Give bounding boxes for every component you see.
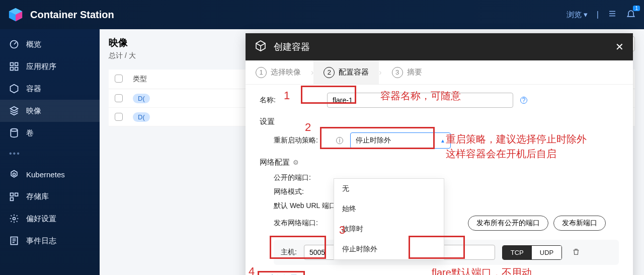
dropdown-option-none[interactable]: 无 [334, 179, 444, 199]
modal-body: 名称: ? 设置 重新启动策略: i 停止时除外 ▲ 网络配置 ⚙ [246, 85, 633, 275]
network-section-title: 网络配置 ⚙ [260, 158, 619, 167]
step-select-image[interactable]: 1选择映像 [246, 60, 311, 84]
publish-all-ports-button[interactable]: 发布所有公开的端口 [468, 216, 548, 231]
svg-rect-7 [15, 67, 18, 71]
browse-label: 浏览 [567, 10, 582, 20]
notification-badge: 1 [633, 6, 640, 11]
col-type: 类型 [133, 75, 173, 84]
database-icon [9, 128, 19, 138]
step-label: 配置容器 [339, 67, 369, 77]
publish-new-port-button[interactable]: 发布新端口 [553, 216, 606, 231]
sidebar-separator: ••• [0, 144, 100, 163]
name-label: 名称: [260, 96, 320, 105]
dropdown-option-unless-stopped[interactable]: 停止时除外 [334, 239, 444, 259]
cube-icon [9, 84, 19, 94]
browse-button[interactable]: 浏览 ▾ [567, 10, 588, 20]
row-checkbox[interactable] [115, 113, 123, 121]
sidebar-item-preferences[interactable]: 偏好设置 [0, 208, 100, 230]
annotation-port-note: flare默认端口，不用动 [432, 266, 532, 275]
sidebar-item-events[interactable]: 事件日志 [0, 230, 100, 252]
select-all-checkbox[interactable] [115, 75, 123, 83]
sidebar-item-label: 容器 [26, 84, 41, 94]
sidebar-item-label: 应用程序 [26, 62, 56, 72]
type-pill: D( [133, 112, 150, 122]
step-label: 选择映像 [271, 67, 301, 77]
section-label: 网络配置 [260, 158, 290, 167]
network-mode-label: 网络模式: [274, 187, 304, 196]
sidebar-item-apps[interactable]: 应用程序 [0, 55, 100, 78]
info-icon[interactable]: i [336, 137, 343, 144]
content-area: 映像 总计 / 大 提取 导 操作 类型 大小 操作 D( :55:29 [100, 29, 644, 275]
app-logo-icon [8, 7, 23, 22]
gauge-icon [9, 39, 19, 49]
tcp-option[interactable]: TCP [503, 246, 532, 259]
row-checkbox[interactable] [115, 94, 123, 102]
trash-icon[interactable] [572, 248, 580, 257]
svg-rect-5 [15, 63, 18, 66]
sidebar-item-label: Kubernetes [26, 170, 65, 179]
svg-rect-11 [15, 193, 18, 196]
port-mapping-row: 主机: 容器: TCP UDP [274, 240, 619, 265]
sidebar-item-label: 概览 [26, 40, 41, 49]
sidebar-item-images[interactable]: 映像 [0, 100, 100, 122]
sidebar-item-repos[interactable]: 存储库 [0, 185, 100, 208]
settings-section-title: 设置 [260, 117, 619, 126]
page-title: 映像 [109, 36, 128, 49]
kubernetes-icon [9, 169, 19, 179]
svg-point-13 [13, 218, 16, 220]
topbar: Container Station 浏览 ▾ | 1 [0, 0, 644, 29]
wizard-steps: 1选择映像 › 2配置容器 › 3摘要 [246, 60, 633, 85]
sidebar-item-overview[interactable]: 概览 [0, 33, 100, 55]
web-url-port-label: 默认 Web URL 端口: [274, 201, 338, 211]
gear-icon [9, 214, 19, 224]
sidebar-item-label: 偏好设置 [26, 214, 56, 224]
step-label: 摘要 [407, 67, 422, 77]
sidebar-item-volumes[interactable]: 卷 [0, 122, 100, 144]
annotation-number-4: 4 [249, 265, 255, 275]
svg-rect-12 [11, 198, 14, 201]
dropdown-triangle-icon: ▲ [440, 138, 445, 144]
dropdown-option-always[interactable]: 始终 [334, 199, 444, 219]
svg-point-9 [13, 173, 16, 176]
restart-policy-label: 重新启动策略: [274, 136, 329, 145]
create-container-modal: 创建容器 ✕ 1选择映像 › 2配置容器 › 3摘要 名称: ? 设置 重新启动… [246, 33, 633, 275]
publish-port-label: 发布网络端口: [274, 219, 318, 228]
sidebar-item-label: 事件日志 [26, 236, 56, 246]
stack-icon[interactable] [608, 9, 617, 20]
bell-icon[interactable]: 1 [626, 9, 636, 21]
chevron-down-icon: ▾ [584, 10, 588, 19]
container-name-input[interactable] [327, 93, 513, 108]
svg-point-8 [11, 129, 17, 131]
modal-title: 创建容器 [274, 41, 310, 53]
sidebar-item-label: 卷 [26, 128, 34, 138]
dropdown-option-onfailure[interactable]: 故障时 [334, 219, 444, 239]
sidebar: 概览 应用程序 容器 映像 卷 ••• Kubernetes 存储库 [0, 29, 100, 275]
modal-header: 创建容器 ✕ [246, 33, 633, 60]
restart-policy-select[interactable]: 停止时除外 ▲ [350, 132, 451, 149]
divider-icon: | [597, 10, 599, 19]
log-icon [9, 236, 19, 246]
close-icon[interactable]: ✕ [615, 41, 624, 53]
sidebar-item-kubernetes[interactable]: Kubernetes [0, 163, 100, 185]
sidebar-item-label: 映像 [26, 106, 41, 116]
repo-icon [9, 191, 19, 201]
svg-rect-10 [11, 193, 14, 196]
cube-icon [255, 40, 267, 54]
select-value: 停止时除外 [356, 136, 391, 145]
type-pill: D( [133, 94, 150, 103]
app-title: Container Station [30, 9, 114, 21]
udp-option[interactable]: UDP [532, 246, 561, 259]
gear-icon[interactable]: ⚙ [293, 159, 299, 166]
restart-policy-dropdown: 无 始终 故障时 停止时除外 [334, 178, 444, 260]
sidebar-item-containers[interactable]: 容器 [0, 78, 100, 100]
host-label: 主机: [281, 248, 297, 257]
step-configure[interactable]: 2配置容器 [313, 60, 379, 84]
public-port-label: 公开的端口: [274, 173, 311, 182]
step-summary[interactable]: 3摘要 [382, 60, 432, 84]
grid-icon [9, 61, 19, 72]
info-icon[interactable]: ? [520, 97, 527, 104]
protocol-toggle[interactable]: TCP UDP [502, 245, 562, 260]
layers-icon [9, 106, 19, 116]
sidebar-item-label: 存储库 [26, 192, 49, 201]
svg-rect-6 [11, 67, 14, 71]
